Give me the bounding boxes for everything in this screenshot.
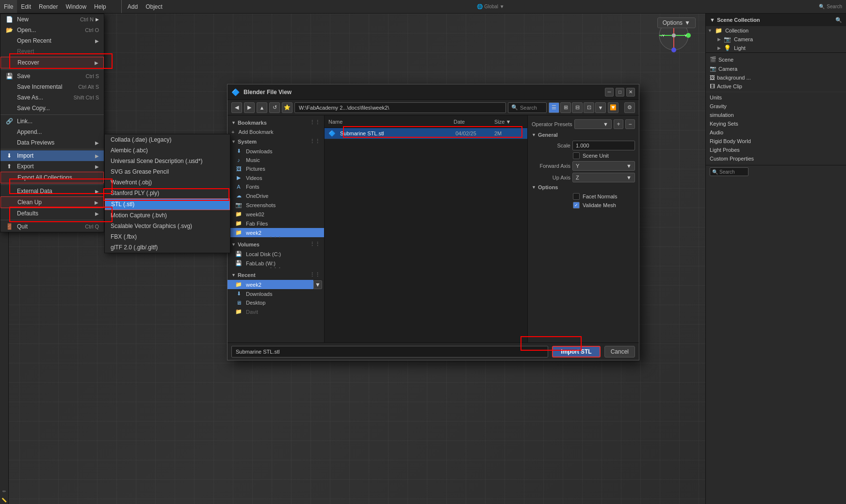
rp-units[interactable]: Units [706,93,846,102]
dialog-close[interactable]: ✕ [626,88,635,97]
view-dropdown[interactable]: ▼ [595,102,606,113]
menu-save[interactable]: 💾 Save Ctrl S [0,71,104,81]
filter-icon[interactable]: 🔍 [835,17,842,23]
cancel-button[interactable]: Cancel [604,346,635,358]
rp-simulation[interactable]: simulation [706,111,846,119]
menu-clean-up[interactable]: Clean Up ▶ [0,196,104,208]
toolbar-object[interactable]: Object [142,0,166,13]
menu-data-previews[interactable]: Data Previews ▶ [0,137,104,148]
import-svg-grease[interactable]: SVG as Grease Pencil [105,166,230,177]
validate-mesh-checkbox[interactable] [573,202,580,209]
view-details[interactable]: ⊡ [584,102,594,113]
recent-header[interactable]: Recent ⋮⋮ [228,270,324,280]
sidebar-onedrive[interactable]: ☁ OneDrive [228,191,324,200]
preset-remove-btn[interactable]: − [625,119,635,129]
dialog-minimize[interactable]: ─ [605,88,614,97]
import-svg[interactable]: Scalable Vector Graphics (.svg) [105,221,230,231]
nav-up[interactable]: ▲ [257,102,267,113]
menu-import[interactable]: ⬇ Import ▶ [0,150,104,161]
sidebar-recent-week2[interactable]: 📁 week2 [228,280,313,289]
rp-active-clip[interactable]: 🎞 Active Clip [706,82,846,91]
light-item[interactable]: ▶ 💡 Light [706,44,846,52]
view-grid[interactable]: ⊟ [572,102,583,113]
sidebar-recent-desktop[interactable]: 🖥 Desktop [228,298,324,307]
menu-open[interactable]: 📂 Open... Ctrl O [0,25,104,35]
menu-save-copy[interactable]: Save Copy... [0,103,104,114]
volumes-header[interactable]: Volumes ⋮⋮ [228,239,324,249]
menu-quit[interactable]: 🚪 Quit Ctrl Q [0,221,104,232]
left-icon-annotate[interactable]: ✏ [0,488,8,495]
sidebar-fonts[interactable]: A Fonts [228,182,324,191]
add-bookmark-btn[interactable]: + Add Bookmark [228,128,324,136]
nav-back[interactable]: ◀ [231,102,242,113]
menu-append[interactable]: Append... [0,127,104,137]
menu-export-all[interactable]: Export All Collections [0,172,104,183]
facet-normals-checkbox[interactable] [573,193,580,200]
sidebar-fab-files[interactable]: 📁 Fab Files [228,219,324,228]
nav-forward[interactable]: ▶ [244,102,255,113]
import-stl[interactable]: STL (.stl) [105,198,230,210]
dialog-maximize[interactable]: □ [616,88,624,97]
collection-item[interactable]: ▼ 📁 Collection [706,26,846,35]
menu-save-as[interactable]: Save As... Shift Ctrl S [0,92,104,103]
menu-link[interactable]: 🔗 Link... [0,116,104,127]
toolbar-help[interactable]: Help [90,0,110,13]
sidebar-recent-davit[interactable]: 📁 Davit [228,307,324,316]
search-bar[interactable]: 🔍 Search [508,102,547,113]
sidebar-recent-downloads[interactable]: ⬇ Downloads [228,289,324,298]
scene-unit-checkbox[interactable] [573,152,580,159]
rp-audio[interactable]: Audio [706,128,846,137]
import-alembic[interactable]: Alembic (.abc) [105,145,230,156]
import-motion-capture[interactable]: Motion Capture (.bvh) [105,210,230,221]
recent-expand-btn[interactable]: ▼ [313,280,322,289]
sidebar-downloads[interactable]: ⬇ Downloads [228,146,324,156]
search-label[interactable]: Search [827,4,842,9]
rp-background[interactable]: 🖼 background ... [706,73,846,82]
import-gltf[interactable]: glTF 2.0 (.glb/.gltf) [105,242,230,253]
preset-add-btn[interactable]: + [614,119,623,129]
rp-custom-props[interactable]: Custom Properties [706,154,846,163]
import-wavefront[interactable]: Wavefront (.obj) [105,177,230,188]
forward-axis-dropdown[interactable]: Y ▼ [572,161,635,171]
toolbar-render[interactable]: Render [35,0,62,13]
rp-rigid-body[interactable]: Rigid Body World [706,137,846,146]
import-fbx[interactable]: FBX (.fbx) [105,231,230,242]
rp-gravity[interactable]: Gravity [706,102,846,111]
toolbar-edit[interactable]: Edit [17,0,35,13]
sidebar-week02[interactable]: 📁 week02 [228,210,324,219]
global-mode[interactable]: 🌐 Global ▼ [477,4,504,9]
system-header[interactable]: System ⋮⋮ [228,136,324,146]
view-list[interactable]: ☰ [549,102,559,113]
menu-new[interactable]: 📄 New Ctrl N ▶ [0,14,104,25]
camera-item[interactable]: ▶ 📷 Camera [706,35,846,44]
menu-external-data[interactable]: External Data ▶ [0,186,104,196]
rp-camera[interactable]: 📷 Camera [706,64,846,73]
sidebar-local-disk[interactable]: 💾 Local Disk (C:) [228,249,324,259]
import-collada[interactable]: Collada (.dae) (Legacy) [105,134,230,145]
toolbar-file[interactable]: File [0,0,17,13]
general-section-header[interactable]: General [532,132,635,138]
rp-scene[interactable]: 🎬 Scene [706,55,846,64]
import-usd[interactable]: Universal Scene Description (.usd*) [105,156,230,166]
view-tile[interactable]: ⊞ [560,102,571,113]
rp-keying-sets[interactable]: Keying Sets [706,119,846,128]
menu-export[interactable]: ⬆ Export ▶ [0,161,104,172]
sidebar-pictures[interactable]: 🖼 Pictures [228,164,324,173]
outliner-search[interactable]: 🔍 Search [710,167,748,176]
settings-btn[interactable]: ⚙ [624,102,635,113]
toolbar-add[interactable]: Add [124,0,142,13]
import-stl-button[interactable]: Import STL [552,346,600,358]
op-presets-dropdown[interactable]: ▼ [574,119,612,129]
options-button[interactable]: Options ▼ [657,17,696,28]
bookmarks-header[interactable]: Bookmarks ⋮⋮ [228,117,324,128]
nav-refresh[interactable]: ↺ [269,102,280,113]
sidebar-screenshots[interactable]: 📷 Screenshots [228,200,324,210]
options-section-header[interactable]: Options [532,184,635,190]
path-bar[interactable]: W:\FabAcademy 2...\docs\files\week2\ [294,102,506,113]
nav-bookmark[interactable]: ⭐ [282,102,293,113]
sidebar-videos[interactable]: ▶ Videos [228,173,324,182]
menu-recover[interactable]: Recover ▶ [0,57,104,68]
menu-defaults[interactable]: Defaults ▶ [0,208,104,219]
left-icon-measure[interactable]: 📏 [0,496,8,504]
up-axis-dropdown[interactable]: Z ▼ [572,173,635,182]
